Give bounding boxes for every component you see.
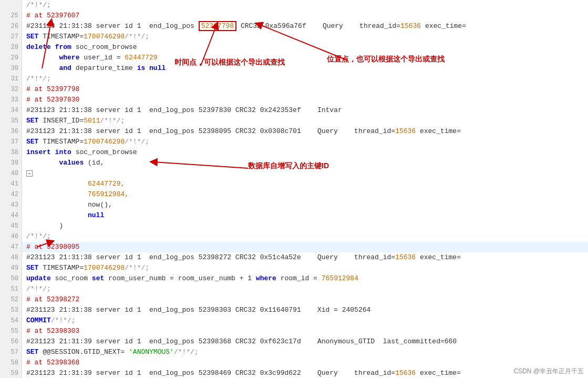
- code-line: # at 52397830: [22, 95, 588, 105]
- code-line: SET INSERT_ID=5011/*!*/;: [22, 116, 588, 126]
- code-line: values (id,: [22, 158, 588, 168]
- code-line: #231123 21:31:39 server id 1 end_log_pos…: [22, 368, 588, 378]
- code-line: insert into soc_room_browse: [22, 147, 588, 158]
- code-line: # at 52398095: [22, 242, 588, 252]
- code-line: #231123 21:31:38 server id 1 end_log_pos…: [22, 21, 588, 32]
- code-line: #231123 21:31:38 server id 1 end_log_pos…: [22, 105, 588, 116]
- end-log-pos-box: 52397798: [199, 21, 236, 31]
- code-line: # at 52398303: [22, 326, 588, 336]
- code-line: /*!*/;: [22, 0, 588, 11]
- toggle-button[interactable]: -: [26, 170, 33, 177]
- code-line: delete from soc_room_browse: [22, 42, 588, 53]
- code-line: SET TIMESTAMP=1700746298/*!*/;: [22, 32, 588, 42]
- code-line: #231123 21:31:38 server id 1 end_log_pos…: [22, 126, 588, 137]
- code-line: SET @@SESSION.GTID_NEXT= 'ANONYMOUS'/*!*…: [22, 347, 588, 357]
- code-line: # at 52397798: [22, 84, 588, 95]
- code-line: 765912984,: [22, 189, 588, 200]
- code-line: now(),: [22, 200, 588, 210]
- code-line: #231123 21:31:38 server id 1 end_log_pos…: [22, 305, 588, 315]
- main-container: 25 26 27 28 29 30 31 32 33 34 35 36 37 3…: [0, 0, 588, 378]
- line-numbers: 25 26 27 28 29 30 31 32 33 34 35 36 37 3…: [0, 0, 22, 378]
- code-line: /*!*/;: [22, 74, 588, 84]
- code-line: where user_id = 62447729: [22, 53, 588, 63]
- code-area: /*!*/; # at 52397607 #231123 21:31:38 se…: [22, 0, 588, 378]
- code-line: #231123 21:31:38 server id 1 end_log_pos…: [22, 252, 588, 263]
- watermark: CSDN @辛丑年正月千五: [513, 367, 584, 376]
- code-line: -: [22, 168, 588, 179]
- code-line: COMMIT/*!*/;: [22, 315, 588, 326]
- code-line: ): [22, 221, 588, 231]
- code-line: SET TIMESTAMP=1700746298/*!*/;: [22, 137, 588, 147]
- code-line: /*!*/;: [22, 284, 588, 294]
- code-line: null: [22, 210, 588, 221]
- code-line: # at 52398368: [22, 357, 588, 368]
- code-line: 62447729,: [22, 179, 588, 189]
- code-line: #231123 21:31:39 server id 1 end_log_pos…: [22, 336, 588, 347]
- code-line: update soc_room set room_user_numb = roo…: [22, 273, 588, 284]
- code-line: and departure_time is null: [22, 63, 588, 74]
- code-line: SET TIMESTAMP=1700746298/*!*/;: [22, 263, 588, 273]
- code-line: # at 52397607: [22, 11, 588, 21]
- code-line: # at 52398272: [22, 294, 588, 305]
- code-line: /*!*/;: [22, 231, 588, 242]
